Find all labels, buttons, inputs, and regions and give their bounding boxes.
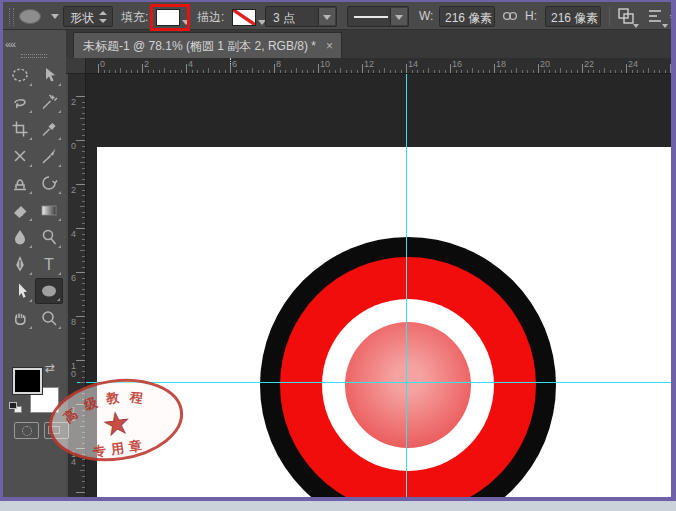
ruler-tick xyxy=(76,184,85,185)
ruler-tick xyxy=(401,70,402,73)
ruler-tick xyxy=(82,217,85,218)
ruler-tick xyxy=(335,70,336,73)
default-colors-icon[interactable] xyxy=(9,402,23,414)
ruler-tick xyxy=(280,70,281,73)
ruler-label: 22 xyxy=(584,59,594,69)
ruler-tick xyxy=(76,96,85,97)
ruler-tick xyxy=(621,70,622,73)
blur-tool[interactable] xyxy=(6,224,34,250)
ruler-tick xyxy=(395,70,396,73)
ellipse-tool[interactable] xyxy=(35,278,63,304)
vertical-guide[interactable] xyxy=(406,74,407,497)
quick-mask-button[interactable] xyxy=(14,422,39,439)
document-title: 未标题-1 @ 78.1% (椭圆 1 副本 2, RGB/8) * xyxy=(83,39,316,53)
lasso-tool[interactable] xyxy=(6,89,34,115)
ruler-tick xyxy=(555,70,556,73)
window-border-right xyxy=(671,0,676,500)
ruler-tick xyxy=(82,261,85,262)
ruler-tick xyxy=(82,239,85,240)
tool-preset-dropdown-icon[interactable] xyxy=(51,14,59,19)
stroke-width-dropdown[interactable] xyxy=(318,8,335,25)
history-brush-tool[interactable] xyxy=(35,170,63,196)
ruler-tick xyxy=(236,70,237,73)
stroke-style-dropdown[interactable] xyxy=(390,8,407,25)
stroke-style-select[interactable] xyxy=(347,6,409,27)
height-value: 216 像素 xyxy=(551,11,598,25)
ellipse-preset-icon xyxy=(19,9,41,24)
magic-wand-tool[interactable] xyxy=(35,89,63,115)
ruler-label: 6 xyxy=(232,59,237,69)
ruler-tick xyxy=(582,64,583,73)
eraser-tool[interactable] xyxy=(6,197,34,223)
ruler-tick xyxy=(324,70,325,73)
path-alignment-button[interactable] xyxy=(644,6,666,27)
tools-panel-grip[interactable] xyxy=(21,54,47,58)
ruler-label: 16 xyxy=(452,59,462,69)
ruler-corner[interactable] xyxy=(66,58,86,74)
ruler-label: 4 xyxy=(188,59,193,69)
pen-tool[interactable] xyxy=(6,251,34,277)
ruler-tick xyxy=(252,68,253,73)
mode-label: 形状 xyxy=(70,11,94,25)
ruler-tick xyxy=(82,256,85,257)
link-dimensions-icon[interactable] xyxy=(501,8,519,24)
ruler-tick xyxy=(654,70,655,73)
pick-tool-mode-select[interactable]: 形状 xyxy=(63,6,113,27)
ruler-tick xyxy=(82,289,85,290)
height-input[interactable]: 216 像素 xyxy=(545,6,601,27)
clone-stamp-tool[interactable] xyxy=(6,170,34,196)
ruler-label: 0 xyxy=(100,59,105,69)
document-tab-bar: 未标题-1 @ 78.1% (椭圆 1 副本 2, RGB/8) *× xyxy=(66,30,671,58)
horizontal-ruler[interactable]: 024681012141618202224 xyxy=(86,58,671,74)
ruler-tick xyxy=(142,64,143,73)
foreground-color-swatch[interactable] xyxy=(13,368,42,394)
ruler-tick xyxy=(82,168,85,169)
eyedropper-tool[interactable] xyxy=(35,116,63,142)
crop-tool[interactable] xyxy=(6,116,34,142)
width-input[interactable]: 216 像素 xyxy=(439,6,495,27)
ruler-tick xyxy=(549,70,550,73)
tool-preset-button[interactable] xyxy=(19,7,49,27)
elliptical-marquee-tool[interactable] xyxy=(6,62,34,88)
collapse-panel-button[interactable]: «« xyxy=(5,38,15,50)
stroke-width-field[interactable]: 3 点 xyxy=(265,6,337,27)
active-document-tab[interactable]: 未标题-1 @ 78.1% (椭圆 1 副本 2, RGB/8) *× xyxy=(73,32,342,58)
svg-text:T: T xyxy=(44,256,54,273)
gradient-tool[interactable] xyxy=(35,197,63,223)
swap-colors-icon[interactable]: ⇄ xyxy=(45,361,55,375)
ruler-tick xyxy=(80,294,85,295)
dodge-tool[interactable] xyxy=(35,224,63,250)
zoom-tool[interactable] xyxy=(35,305,63,331)
ruler-tick xyxy=(318,64,319,73)
ruler-tick xyxy=(181,70,182,73)
annotation-highlight-box xyxy=(150,4,190,31)
ruler-tick xyxy=(241,70,242,73)
move-tool[interactable] xyxy=(35,62,63,88)
ruler-tick xyxy=(368,70,369,73)
type-tool[interactable]: T xyxy=(35,251,63,277)
ruler-tick xyxy=(494,64,495,73)
dashed-circle-icon xyxy=(22,426,32,436)
ruler-tick xyxy=(82,476,85,477)
path-operations-button[interactable] xyxy=(615,6,637,27)
options-bar-grip[interactable] xyxy=(9,8,14,26)
ruler-tick xyxy=(340,68,341,73)
ruler-tick xyxy=(80,338,85,339)
ruler-tick xyxy=(82,179,85,180)
ruler-tick xyxy=(302,70,303,73)
brush-tool[interactable] xyxy=(35,143,63,169)
ruler-tick xyxy=(588,70,589,73)
path-selection-tool[interactable] xyxy=(6,278,34,304)
ruler-tick xyxy=(109,70,110,73)
spot-healing-brush-tool[interactable] xyxy=(6,143,34,169)
tab-close-button[interactable]: × xyxy=(326,39,333,53)
hand-tool[interactable] xyxy=(6,305,34,331)
ruler-tick xyxy=(214,70,215,73)
ruler-tick xyxy=(665,70,666,73)
ruler-tick xyxy=(489,70,490,73)
ruler-tick xyxy=(82,267,85,268)
stroke-color-swatch[interactable] xyxy=(232,9,256,26)
ruler-tick xyxy=(82,212,85,213)
solid-line-icon xyxy=(354,16,388,18)
ruler-tick xyxy=(637,70,638,73)
